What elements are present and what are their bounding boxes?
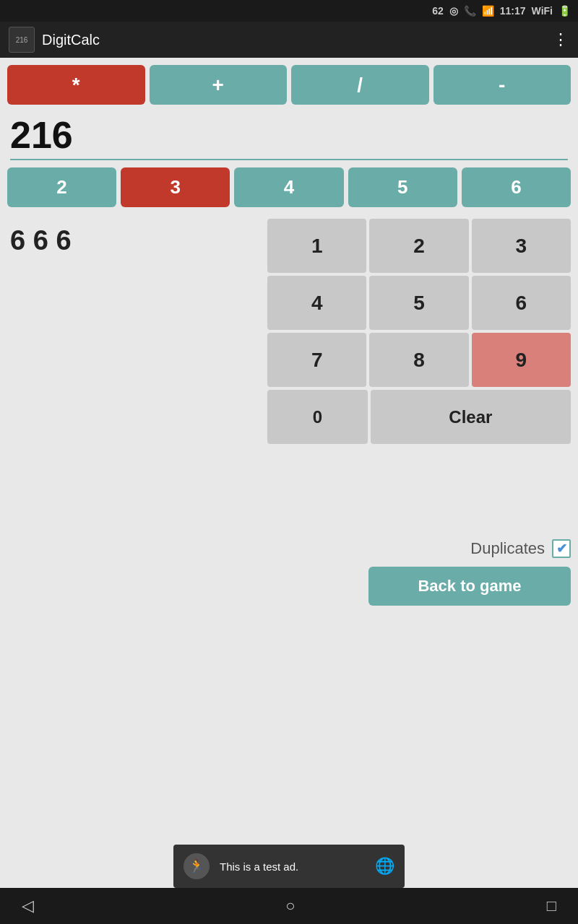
numpad-6-button[interactable]: 6: [472, 276, 571, 330]
back-nav-button[interactable]: ◁: [22, 897, 34, 915]
back-to-game-button[interactable]: Back to game: [368, 567, 571, 606]
time-display: 11:17: [500, 5, 526, 17]
display-value: 216: [10, 115, 568, 156]
add-operator-button[interactable]: +: [150, 65, 288, 105]
recents-nav-button[interactable]: □: [547, 897, 556, 915]
clear-button[interactable]: Clear: [371, 390, 571, 444]
duplicates-checkbox[interactable]: ✔: [552, 539, 571, 558]
digit-tab-3[interactable]: 3: [121, 167, 230, 207]
digit-tabs: 2 3 4 5 6: [0, 160, 578, 212]
wifi-icon: WiFi: [532, 5, 553, 17]
ad-icon: 🏃: [184, 853, 210, 879]
digit-tab-2[interactable]: 2: [7, 167, 116, 207]
ad-banner: 🏃 This is a test ad. 🌐: [173, 845, 405, 888]
numpad-3-button[interactable]: 3: [472, 219, 571, 273]
subtract-operator-button[interactable]: -: [434, 65, 571, 105]
signal-icon: 📶: [482, 5, 494, 17]
numpad-0-button[interactable]: 0: [267, 390, 368, 444]
numpad-grid: 1 2 3 4 5 6 7 8 9: [267, 219, 571, 387]
battery-indicator: 62: [432, 5, 444, 17]
digit-tab-6[interactable]: 6: [462, 167, 571, 207]
duplicates-row: Duplicates ✔: [0, 531, 578, 562]
multiply-operator-button[interactable]: *: [7, 65, 145, 105]
checkmark-icon: ✔: [556, 541, 567, 557]
title-bar: 216 DigitCalc ⋮: [0, 22, 578, 58]
result-display: 6 6 6: [7, 219, 260, 530]
digit-tab-4[interactable]: 4: [234, 167, 343, 207]
home-nav-button[interactable]: ○: [285, 897, 295, 915]
nav-bar: ◁ ○ □: [0, 888, 578, 924]
phone-icon: 📞: [464, 5, 476, 17]
battery-icon: 🔋: [558, 5, 571, 17]
app-title: DigitCalc: [42, 32, 100, 48]
main-area: 6 6 6 1 2 3 4 5 6 7 8 9 0 Clear: [0, 212, 578, 530]
numpad-5-button[interactable]: 5: [369, 276, 468, 330]
bottom-row: 0 Clear: [267, 390, 571, 444]
numpad-2-button[interactable]: 2: [369, 219, 468, 273]
app-icon: 216: [9, 27, 35, 53]
numpad-7-button[interactable]: 7: [267, 333, 366, 387]
numpad-1-button[interactable]: 1: [267, 219, 366, 273]
digit-tab-5[interactable]: 5: [348, 167, 457, 207]
status-bar: 62 ◎ 📞 📶 11:17 WiFi 🔋: [0, 0, 578, 22]
numpad-area: 1 2 3 4 5 6 7 8 9 0 Clear: [267, 219, 571, 530]
divide-operator-button[interactable]: /: [291, 65, 429, 105]
numpad-8-button[interactable]: 8: [369, 333, 468, 387]
duplicates-label: Duplicates: [470, 539, 545, 558]
network-icon: ◎: [449, 5, 458, 17]
display-area: 216: [0, 109, 578, 160]
overflow-menu-icon[interactable]: ⋮: [553, 30, 569, 49]
ad-globe-icon: 🌐: [375, 857, 394, 876]
back-button-row: Back to game: [0, 562, 578, 613]
ad-text: This is a test ad.: [220, 860, 365, 873]
operator-row: * + / -: [0, 58, 578, 109]
numpad-4-button[interactable]: 4: [267, 276, 366, 330]
numpad-9-button[interactable]: 9: [472, 333, 571, 387]
